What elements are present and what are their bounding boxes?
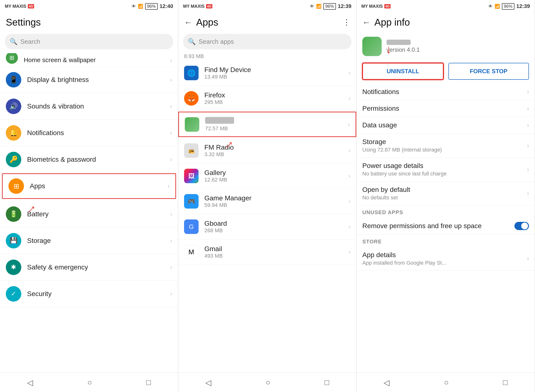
bottom-nav-2: ◁ ○ □ xyxy=(178,373,356,392)
blurred-chevron: › xyxy=(348,121,350,128)
biometrics-label: Biometrics & password xyxy=(27,156,170,163)
panel-apps-list: MY MAXIS 4G 👁 📶 96% 12:39 ← Apps ⋮ 🔍 Sea… xyxy=(178,0,357,392)
battery-chevron: › xyxy=(170,211,172,218)
fm-chevron: › xyxy=(349,147,350,154)
gboard-icon: G xyxy=(184,219,199,234)
apps-menu[interactable]: ⋮ xyxy=(343,18,350,27)
settings-list: ⊞ Home screen & wallpaper › 📱 Display & … xyxy=(0,53,178,373)
uninstall-button[interactable]: UNINSTALL xyxy=(362,63,444,80)
security-label: Security xyxy=(27,290,170,298)
gmail-icon: M xyxy=(184,245,199,259)
unused-apps-toggle[interactable] xyxy=(514,222,529,230)
info-storage[interactable]: Storage Using 72.87 MB (internal storage… xyxy=(357,134,535,158)
battery-label: Battery xyxy=(27,210,170,218)
bottom-nav-3: ◁ ○ □ xyxy=(357,373,535,392)
settings-item-apps[interactable]: ⊞ Apps › xyxy=(2,173,176,199)
gb-name: Gboard xyxy=(204,220,349,227)
gb-chevron: › xyxy=(349,223,350,230)
app-big-icon xyxy=(362,37,382,56)
settings-item-display[interactable]: 📱 Display & brightness › xyxy=(0,66,178,93)
display-label: Display & brightness xyxy=(27,76,170,84)
info-power-usage[interactable]: Power usage details No battery use since… xyxy=(357,158,535,181)
open-default-sub: No defaults set xyxy=(362,195,527,201)
info-open-by-default[interactable]: Open by default No defaults set › xyxy=(357,181,535,205)
settings-item-safety[interactable]: ✱ Safety & emergency › xyxy=(0,254,178,281)
apps-search[interactable]: 🔍 Search apps xyxy=(183,34,351,49)
safety-label: Safety & emergency xyxy=(27,263,170,271)
app-details-label: App details xyxy=(362,251,527,259)
info-unused-apps[interactable]: Remove permissions and free up space xyxy=(357,218,535,235)
find-my-device-icon: 🌐 xyxy=(184,66,199,80)
safety-chevron: › xyxy=(170,264,172,271)
nav-home-1[interactable]: ○ xyxy=(87,378,92,387)
info-data-usage[interactable]: Data usage › xyxy=(357,117,535,134)
open-default-chevron: › xyxy=(527,190,529,197)
apps-chevron: › xyxy=(168,183,170,189)
fmd-chevron: › xyxy=(349,70,350,76)
gallery-name: Gallery xyxy=(204,169,349,177)
settings-item-home[interactable]: ⊞ Home screen & wallpaper › xyxy=(0,53,178,66)
firefox-size: 295 MB xyxy=(204,99,349,105)
fmd-name: Find My Device xyxy=(204,66,349,74)
security-icon: ✓ xyxy=(6,286,21,302)
storage-sub: Using 72.87 MB (internal storage) xyxy=(362,147,527,153)
nav-home-3[interactable]: ○ xyxy=(444,378,449,387)
info-notifications[interactable]: Notifications › xyxy=(357,84,535,100)
apps-back-btn[interactable]: ← xyxy=(184,18,192,27)
gmail-chevron: › xyxy=(349,249,350,255)
power-usage-chevron: › xyxy=(527,166,529,173)
gallery-size: 12.62 MB xyxy=(204,177,349,183)
carrier-1: MY MAXIS 4G xyxy=(5,4,34,9)
nav-back-3[interactable]: ◁ xyxy=(384,378,390,387)
settings-item-security[interactable]: ✓ Security › xyxy=(0,281,178,307)
settings-item-notifications[interactable]: 🔔 Notifications › xyxy=(0,120,178,146)
notifications-chevron: › xyxy=(170,130,172,136)
carrier-3: MY MAXIS 4G xyxy=(361,4,391,9)
settings-item-storage[interactable]: 💾 Storage › xyxy=(0,227,178,254)
list-item-find-my-device[interactable]: 🌐 Find My Device 13.49 MB › xyxy=(178,60,356,86)
blurred-app-icon xyxy=(185,117,199,132)
nav-back-1[interactable]: ◁ xyxy=(27,378,33,387)
status-bar-2: MY MAXIS 4G 👁 📶 96% 12:39 xyxy=(178,0,356,13)
list-item-firefox[interactable]: 🦊 Firefox 295 MB › xyxy=(178,86,356,111)
nav-home-2[interactable]: ○ xyxy=(266,378,270,387)
toggle-knob xyxy=(521,223,528,229)
list-item-blurred-app[interactable]: 72.57 MB › xyxy=(178,112,356,137)
status-right-2: 👁 📶 96% 12:39 xyxy=(310,3,351,10)
info-permissions[interactable]: Permissions › xyxy=(357,100,535,117)
notifications-chevron: › xyxy=(527,88,529,95)
gm-name: Game Manager xyxy=(204,194,349,202)
nav-recents-1[interactable]: □ xyxy=(146,378,151,387)
settings-item-biometrics[interactable]: 🔑 Biometrics & password › xyxy=(0,146,178,173)
open-default-title: Open by default xyxy=(362,186,527,194)
nav-back-2[interactable]: ◁ xyxy=(205,378,211,387)
nav-recents-2[interactable]: □ xyxy=(325,378,329,387)
list-item-gmail[interactable]: M Gmail 493 MB › xyxy=(178,240,356,265)
list-item-gallery[interactable]: 🖼 Gallery 12.62 MB › xyxy=(178,163,356,189)
sounds-chevron: › xyxy=(170,103,172,110)
appinfo-back-btn[interactable]: ← xyxy=(362,18,371,27)
storage-chevron: › xyxy=(170,237,172,244)
unused-apps-header: UNUSED APPS xyxy=(357,205,535,218)
info-app-details[interactable]: App details App installed from Google Pl… xyxy=(357,247,535,271)
biometrics-icon: 🔑 xyxy=(6,152,21,167)
apps-title: Apps xyxy=(196,17,218,28)
settings-title: Settings xyxy=(6,17,41,28)
permissions-title: Permissions xyxy=(362,105,527,112)
list-item-gboard[interactable]: G Gboard 268 MB › xyxy=(178,214,356,240)
safety-icon: ✱ xyxy=(6,260,21,275)
nav-recents-3[interactable]: □ xyxy=(503,378,507,387)
list-item-game-manager[interactable]: 🎮 Game Manager 59.94 MB › xyxy=(178,189,356,214)
list-item-fm-radio[interactable]: 📻 FM Radio 3.32 MB › xyxy=(178,138,356,163)
settings-item-sounds[interactable]: 🔊 Sounds & vibration › xyxy=(0,93,178,120)
status-right-3: 👁 📶 96% 12:39 xyxy=(488,3,530,10)
home-icon: ⊞ xyxy=(6,53,18,64)
status-bar-3: MY MAXIS 4G 👁 📶 96% 12:39 xyxy=(357,0,535,13)
settings-item-battery[interactable]: 🔋 Battery › xyxy=(0,201,178,227)
force-stop-button[interactable]: FORCE STOP xyxy=(448,63,529,80)
display-icon: 📱 xyxy=(6,72,21,87)
settings-search[interactable]: 🔍 Search xyxy=(5,34,173,49)
app-version: version 4.0.1 xyxy=(386,46,420,53)
status-right-1: 👁 📶 96% 12:40 xyxy=(132,3,173,10)
firefox-chevron: › xyxy=(349,95,350,102)
